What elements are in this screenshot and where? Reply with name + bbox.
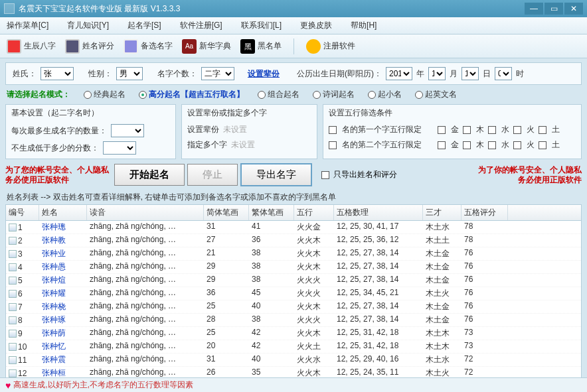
col-sc[interactable]: 三才 — [423, 205, 461, 220]
wx2-enable[interactable] — [329, 141, 337, 149]
doc-icon — [9, 290, 17, 298]
col-score[interactable]: 五格评分 — [461, 205, 508, 220]
doc-icon — [9, 263, 17, 271]
group1-legend: 基本设置（起二字名时） — [11, 107, 170, 119]
tool-reg[interactable]: 注册软件 — [306, 39, 355, 54]
doc-icon — [9, 224, 17, 231]
minimize-button[interactable]: — — [525, 3, 543, 15]
list-hint: 姓名列表 --> 双击姓名可查看详细解释, 右键单击可添加到备选名字或添加不喜欢… — [0, 190, 587, 204]
toolbar-separator — [294, 38, 294, 54]
menu-contact[interactable]: 联系我们[L] — [241, 20, 282, 31]
table-row[interactable]: 7张种桡zhāng, zhā ng/chóng, …2540火火木12, 25,… — [6, 300, 581, 314]
count-select[interactable]: 二字 — [201, 67, 234, 80]
table-row[interactable]: 8张种琢zhāng, zhā ng/chóng, …2838火火火12, 25,… — [6, 314, 581, 327]
export-only-label: 只导出姓名和评分 — [333, 169, 397, 180]
doc-icon — [9, 356, 17, 364]
surname-select[interactable]: 张 — [41, 67, 74, 80]
doc-icon — [9, 330, 17, 338]
max-count-select[interactable] — [111, 124, 144, 137]
menu-parenting[interactable]: 育儿知识[Y] — [67, 20, 109, 31]
table-row[interactable]: 4张种愚zhāng, zhā ng/chóng, …2938火火木12, 25,… — [6, 261, 581, 274]
set-chars-link[interactable]: 指定多个字 — [187, 139, 227, 151]
table-row[interactable]: 1张种璁zhāng, zhā ng/chóng, …3141火火金12, 25,… — [6, 221, 581, 234]
table-row[interactable]: 5张种煊zhāng, zhā ng/chóng, …2938火火火12, 25,… — [6, 274, 581, 287]
menu-register[interactable]: 软件注册[G] — [180, 20, 222, 31]
tool-candidate[interactable]: 备选名字 — [124, 39, 173, 54]
menu-naming[interactable]: 起名学[S] — [127, 20, 161, 31]
menu-help[interactable]: 帮助[H] — [351, 20, 377, 31]
menu-skin[interactable]: 更换皮肤 — [300, 20, 332, 31]
hour-select[interactable]: 0 — [495, 67, 512, 80]
maximize-button[interactable]: ▭ — [545, 3, 563, 15]
warning-right: 为了你的帐号安全、个人隐私 务必使用正版软件 — [475, 165, 582, 184]
mode-poem[interactable]: 诗词起名 — [313, 89, 355, 100]
doc-icon — [9, 237, 17, 245]
doc-icon — [9, 343, 17, 351]
set-gen-link[interactable]: 设置辈份 — [187, 124, 219, 135]
gender-select[interactable]: 男 — [116, 67, 143, 80]
doc-icon — [9, 277, 17, 285]
tool-blacklist[interactable]: 黑黑名单 — [240, 39, 282, 54]
table-row[interactable]: 3张种业zhāng, zhā ng/chóng, …2138火火木12, 25,… — [6, 247, 581, 261]
window-title: 名震天下宝宝起名软件专业版 最新版 V1.3.3.3 — [19, 3, 525, 15]
set-generation-link[interactable]: 设置辈份 — [248, 68, 280, 80]
col-pinyin[interactable]: 读音 — [87, 205, 204, 220]
surname-label: 姓氏： — [13, 68, 37, 80]
min-score-select[interactable] — [103, 141, 136, 155]
mode-nick[interactable]: 起小名 — [368, 89, 402, 100]
export-button[interactable]: 导出名字 — [240, 163, 312, 186]
wx1-enable[interactable] — [329, 126, 337, 134]
app-icon — [4, 3, 15, 14]
status-text: 高速生成,以好听为主,不考虑名字的五行数理等因素 — [13, 379, 193, 391]
year-select[interactable]: 2015 — [386, 67, 412, 80]
tool-score[interactable]: 姓名评分 — [65, 39, 114, 54]
warning-left: 为了您的帐号安全、个人隐私 务必使用正版软件 — [5, 165, 112, 184]
result-table: 编号 姓名 读音 简体笔画 繁体笔画 五行 五格数理 三才 五格评分 1张种璁z… — [5, 204, 582, 392]
doc-icon — [9, 250, 17, 258]
table-row[interactable]: 6张种耀zhāng, zhā ng/chóng, …3645火火火12, 25,… — [6, 287, 581, 300]
col-no[interactable]: 编号 — [6, 205, 39, 220]
tool-dict[interactable]: Aa新华字典 — [182, 39, 231, 54]
day-select[interactable]: 1 — [461, 67, 479, 80]
mode-high[interactable]: 高分起名【超吉五行取名】 — [139, 89, 244, 100]
close-button[interactable]: ✕ — [564, 3, 583, 15]
doc-icon — [9, 316, 17, 324]
birth-label: 公历出生日期(即阳历)： — [297, 68, 382, 80]
tool-bazi[interactable]: 生辰八字 — [7, 39, 56, 54]
col-trad[interactable]: 繁体笔画 — [249, 205, 294, 220]
table-row[interactable]: 9张种荫zhāng, zhā ng/chóng, …2542火火木12, 25,… — [6, 327, 581, 340]
menu-operate[interactable]: 操作菜单[C] — [7, 20, 48, 31]
group3-legend: 设置五行筛选条件 — [329, 107, 576, 119]
table-row[interactable]: 11张种震zhāng, zhā ng/chóng, …3140火火水12, 25… — [6, 354, 581, 367]
doc-icon — [9, 369, 17, 377]
start-button[interactable]: 开始起名 — [114, 164, 185, 186]
export-only-check[interactable] — [321, 171, 329, 179]
heart-icon: ♥ — [5, 380, 11, 391]
col-wx[interactable]: 五行 — [294, 205, 334, 220]
month-select[interactable]: 1 — [428, 67, 446, 80]
gender-label: 性别： — [88, 68, 112, 80]
col-simp[interactable]: 简体笔画 — [204, 205, 249, 220]
table-row[interactable]: 10张种忆zhāng, zhā ng/chóng, …2042火火土12, 25… — [6, 340, 581, 354]
mode-combo[interactable]: 组合起名 — [258, 89, 299, 100]
count-label: 名字个数： — [157, 68, 197, 80]
table-row[interactable]: 2张种教zhāng, zhā ng/chóng, …2736火火木12, 25,… — [6, 234, 581, 247]
mode-en[interactable]: 起英文名 — [415, 89, 457, 100]
col-wg[interactable]: 五格数理 — [334, 205, 423, 220]
mode-prompt: 请选择起名模式： — [7, 89, 70, 100]
stop-button[interactable]: 停止 — [187, 164, 238, 186]
mode-classic[interactable]: 经典起名 — [84, 89, 126, 100]
col-name[interactable]: 姓名 — [39, 205, 87, 220]
group2-legend: 设置辈份或指定多个字 — [187, 107, 311, 119]
doc-icon — [9, 303, 17, 311]
